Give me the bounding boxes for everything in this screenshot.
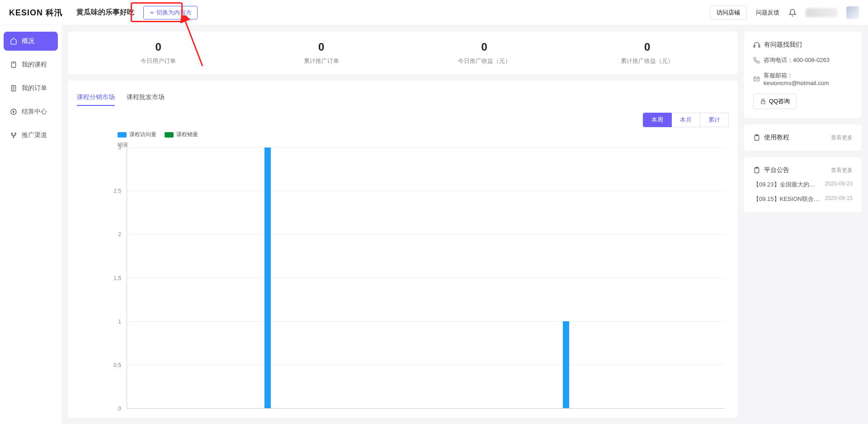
stat-today-orders: 0 今日用户订单: [77, 41, 240, 65]
y-tick: 0.5: [113, 362, 121, 368]
legend-item-visits[interactable]: 课程访问量: [118, 131, 156, 138]
sidebar-item-label: 推广渠道: [22, 131, 47, 139]
order-icon: [10, 85, 17, 92]
announce-item-date: 2020-09-23: [825, 181, 853, 189]
legend-item-sales[interactable]: 课程销量: [165, 131, 198, 138]
svg-point-12: [13, 137, 14, 138]
switch-role-button[interactable]: 切换为内容方: [143, 6, 198, 19]
lock-icon: [760, 98, 766, 105]
svg-rect-14: [759, 45, 760, 47]
y-tick: 2.5: [113, 188, 121, 194]
swap-icon: [149, 10, 155, 15]
username-blurred[interactable]: [806, 8, 837, 17]
sidebar-item-channel[interactable]: 推广渠道: [4, 126, 58, 145]
announce-item-title: 【09.15】KESION联合站长之...: [753, 195, 821, 203]
legend-swatch: [118, 132, 127, 138]
book-icon: [10, 61, 17, 68]
chart-area: 销量 00.511.522.53: [77, 141, 729, 409]
stat-value: 0: [403, 41, 566, 53]
stat-total-revenue: 0 累计推广收益（元）: [566, 41, 729, 65]
legend-swatch: [165, 132, 174, 138]
logo: KESION 科汛: [9, 7, 63, 18]
sidebar-item-label: 概况: [22, 37, 34, 45]
qq-consult-button[interactable]: QQ咨询: [753, 94, 797, 109]
chart-plot: [127, 148, 724, 409]
svg-rect-1: [11, 62, 15, 67]
tutorial-more-link[interactable]: 查看更多: [831, 134, 853, 142]
announce-item[interactable]: 【09.23】全国最大的线上课程... 2020-09-23: [753, 181, 853, 189]
clipboard-icon: [753, 134, 760, 141]
header: KESION 科汛 黄瓜味的乐事好吃 切换为内容方 访问店铺 问题反馈: [0, 0, 868, 25]
stat-value: 0: [77, 41, 240, 53]
stat-label: 累计推广订单: [240, 57, 403, 65]
chart-legend: 课程访问量 课程销量: [77, 131, 729, 138]
help-title: 有问题找我们: [753, 41, 853, 49]
stat-label: 累计推广收益（元）: [566, 57, 729, 65]
tutorial-title: 使用教程: [753, 133, 789, 142]
clipboard-icon: [753, 167, 760, 174]
y-tick: 2: [118, 231, 121, 238]
settle-icon: [10, 108, 17, 115]
range-month[interactable]: 本月: [672, 113, 700, 127]
stat-value: 0: [566, 41, 729, 53]
stat-total-orders: 0 累计推广订单: [240, 41, 403, 65]
svg-rect-16: [761, 101, 765, 104]
tab-distribution[interactable]: 课程分销市场: [77, 90, 115, 106]
range-total[interactable]: 累计: [700, 113, 729, 127]
sidebar-item-orders[interactable]: 我的订单: [4, 79, 58, 98]
y-tick: 0: [118, 405, 121, 412]
mail-icon: [753, 76, 760, 82]
phone-icon: [753, 57, 760, 64]
contact-email: 客服邮箱：kesioncms@hotmail.com: [753, 71, 853, 86]
announce-item-date: 2020-09-15: [825, 195, 853, 203]
avatar[interactable]: [846, 6, 859, 19]
feedback-link[interactable]: 问题反馈: [756, 9, 779, 17]
announce-more-link[interactable]: 查看更多: [831, 167, 853, 174]
y-tick: 1.5: [113, 275, 121, 281]
stats-card: 0 今日用户订单 0 累计推广订单 0 今日推广收益（元） 0 累计推广收益（元…: [68, 32, 738, 74]
headset-icon: [753, 41, 760, 48]
y-tick: 1: [118, 319, 121, 325]
stat-value: 0: [240, 41, 403, 53]
tab-wholesale[interactable]: 课程批发市场: [127, 90, 165, 106]
announce-title: 平台公告: [753, 166, 789, 174]
shop-name: 黄瓜味的乐事好吃: [76, 8, 134, 17]
sidebar-item-label: 结算中心: [22, 108, 47, 116]
stat-label: 今日用户订单: [77, 57, 240, 65]
chart-card: 课程分销市场 课程批发市场 本周 本月 累计 课程访问量 课程销量: [68, 81, 738, 418]
stat-label: 今日推广收益（元）: [403, 57, 566, 65]
sidebar-item-label: 我的订单: [22, 84, 47, 92]
tutorial-panel: 使用教程 查看更多: [744, 124, 862, 151]
bell-icon[interactable]: [788, 9, 797, 17]
help-panel: 有问题找我们 咨询电话：400-008-0263 客服邮箱：kesioncms@…: [744, 32, 862, 118]
sidebar: 概况 我的课程 我的订单 结算中心 推广渠道: [0, 25, 61, 424]
channel-icon: [10, 132, 17, 139]
svg-point-11: [15, 133, 16, 134]
announce-item[interactable]: 【09.15】KESION联合站长之... 2020-09-15: [753, 195, 853, 203]
sidebar-item-settlement[interactable]: 结算中心: [4, 102, 58, 121]
header-right: 访问店铺 问题反馈: [710, 5, 859, 20]
y-tick: 3: [118, 144, 121, 151]
svg-rect-13: [754, 45, 755, 47]
chart-bar[interactable]: [264, 148, 271, 408]
chart-bar[interactable]: [563, 321, 569, 408]
stat-today-revenue: 0 今日推广收益（元）: [403, 41, 566, 65]
range-week[interactable]: 本周: [643, 113, 672, 127]
chart-tabs: 课程分销市场 课程批发市场: [77, 90, 729, 106]
announce-panel: 平台公告 查看更多 【09.23】全国最大的线上课程... 2020-09-23…: [744, 157, 862, 212]
announce-item-title: 【09.23】全国最大的线上课程...: [753, 181, 821, 189]
visit-shop-button[interactable]: 访问店铺: [710, 5, 747, 20]
svg-point-10: [11, 133, 13, 134]
range-group: 本周 本月 累计: [77, 113, 729, 127]
sidebar-item-label: 我的课程: [22, 61, 47, 69]
contact-phone: 咨询电话：400-008-0263: [753, 56, 853, 64]
sidebar-item-overview[interactable]: 概况: [4, 32, 58, 51]
home-icon: [10, 38, 17, 45]
sidebar-item-courses[interactable]: 我的课程: [4, 55, 58, 74]
